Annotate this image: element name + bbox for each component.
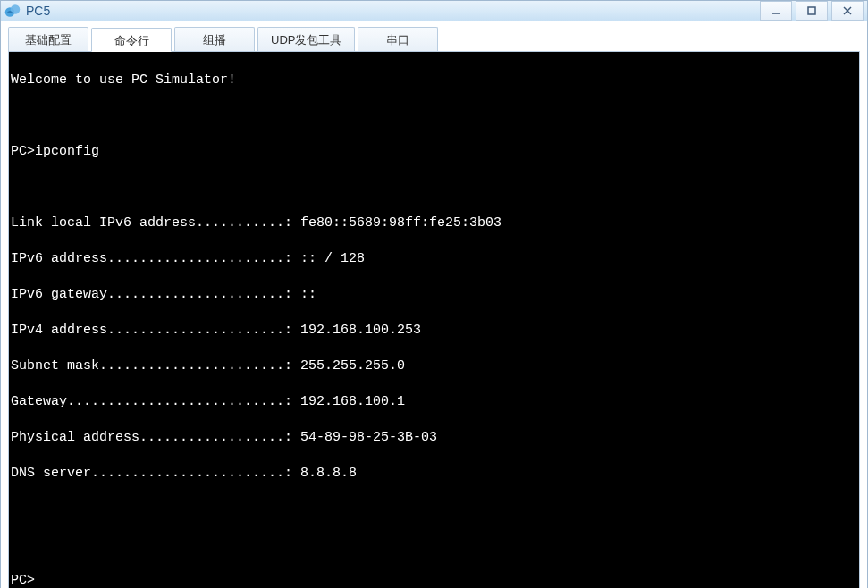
terminal-line [11, 500, 857, 518]
terminal-line: DNS server........................: 8.8.… [11, 465, 857, 483]
terminal-line: Gateway...........................: 192.… [11, 393, 857, 411]
terminal-line [11, 179, 857, 197]
tab-command-line[interactable]: 命令行 [91, 28, 172, 52]
tab-basic-config[interactable]: 基础配置 [8, 27, 88, 51]
terminal-line: Physical address..................: 54-8… [11, 429, 857, 447]
terminal-prompt: PC> [11, 572, 857, 588]
tab-bar: 基础配置 命令行 组播 UDP发包工具 串口 [8, 27, 860, 52]
terminal-line: IPv4 address......................: 192.… [11, 322, 857, 340]
minimize-button[interactable] [760, 1, 792, 21]
app-icon [4, 3, 21, 19]
terminal[interactable]: Welcome to use PC Simulator! PC>ipconfig… [9, 52, 859, 588]
svg-rect-3 [808, 7, 815, 14]
close-button[interactable] [831, 1, 864, 21]
content-area: 基础配置 命令行 组播 UDP发包工具 串口 Welcome to use PC… [1, 21, 867, 588]
terminal-container: Welcome to use PC Simulator! PC>ipconfig… [8, 52, 860, 588]
terminal-line: Link local IPv6 address...........: fe80… [11, 214, 857, 232]
tab-multicast[interactable]: 组播 [174, 27, 255, 51]
terminal-line: IPv6 address......................: :: /… [11, 250, 857, 268]
title-bar[interactable]: PC5 [1, 1, 867, 21]
svg-point-1 [11, 4, 21, 14]
terminal-line [11, 536, 857, 554]
tab-serial-port[interactable]: 串口 [358, 27, 438, 51]
terminal-line: IPv6 gateway......................: :: [11, 286, 857, 304]
terminal-prompt: PC>ipconfig [11, 143, 857, 161]
terminal-line [11, 107, 857, 125]
pc-simulator-window: PC5 基础配置 命令行 组播 UDP发包工具 串口 Welcome to us… [0, 0, 868, 588]
terminal-line: Welcome to use PC Simulator! [11, 71, 857, 89]
terminal-line: Subnet mask.......................: 255.… [11, 357, 857, 375]
maximize-button[interactable] [796, 1, 828, 21]
tab-udp-tool[interactable]: UDP发包工具 [257, 27, 355, 51]
window-title: PC5 [26, 4, 756, 18]
window-controls [756, 1, 864, 21]
